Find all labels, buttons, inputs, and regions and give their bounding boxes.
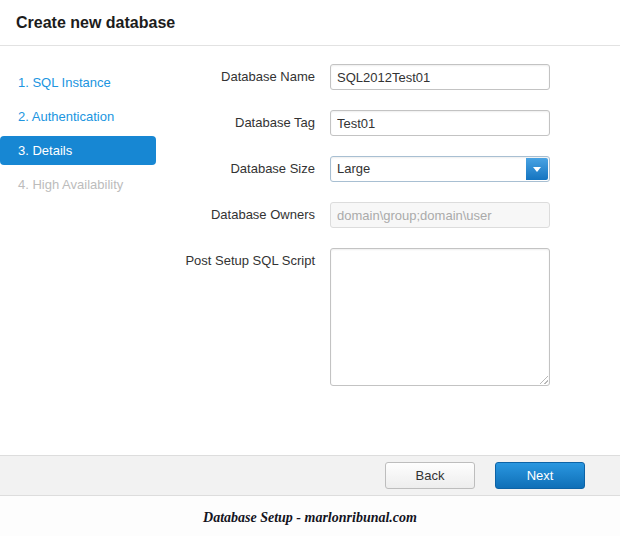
wizard-steps: 1. SQL Instance 2. Authentication 3. Det… xyxy=(0,68,160,204)
step-high-availability: 4. High Availability xyxy=(0,170,160,199)
database-owners-input xyxy=(330,202,550,228)
database-size-value: Large xyxy=(331,157,549,181)
database-owners-label: Database Owners xyxy=(0,202,330,228)
form-row-post-setup-script: Post Setup SQL Script xyxy=(0,248,620,386)
chevron-down-icon xyxy=(533,167,541,172)
post-setup-script-textarea[interactable] xyxy=(330,248,550,386)
form-row-database-owners: Database Owners xyxy=(0,202,620,228)
database-name-input[interactable] xyxy=(330,64,550,90)
back-button[interactable]: Back xyxy=(385,462,475,489)
next-button[interactable]: Next xyxy=(495,462,585,489)
database-tag-input[interactable] xyxy=(330,110,550,136)
step-authentication[interactable]: 2. Authentication xyxy=(0,102,160,131)
database-size-select[interactable]: Large xyxy=(330,156,550,182)
dialog-title: Create new database xyxy=(16,14,604,32)
post-setup-script-label: Post Setup SQL Script xyxy=(0,248,330,274)
step-sql-instance[interactable]: 1. SQL Instance xyxy=(0,68,160,97)
create-database-dialog: Create new database 1. SQL Instance 2. A… xyxy=(0,0,620,496)
dialog-footer: Back Next xyxy=(0,455,620,496)
footer-caption: Database Setup - marlonribunal.com xyxy=(0,510,620,526)
dialog-header: Create new database xyxy=(0,0,620,46)
dropdown-button[interactable] xyxy=(526,158,548,180)
dialog-body: 1. SQL Instance 2. Authentication 3. Det… xyxy=(0,46,620,455)
step-details[interactable]: 3. Details xyxy=(0,136,156,165)
